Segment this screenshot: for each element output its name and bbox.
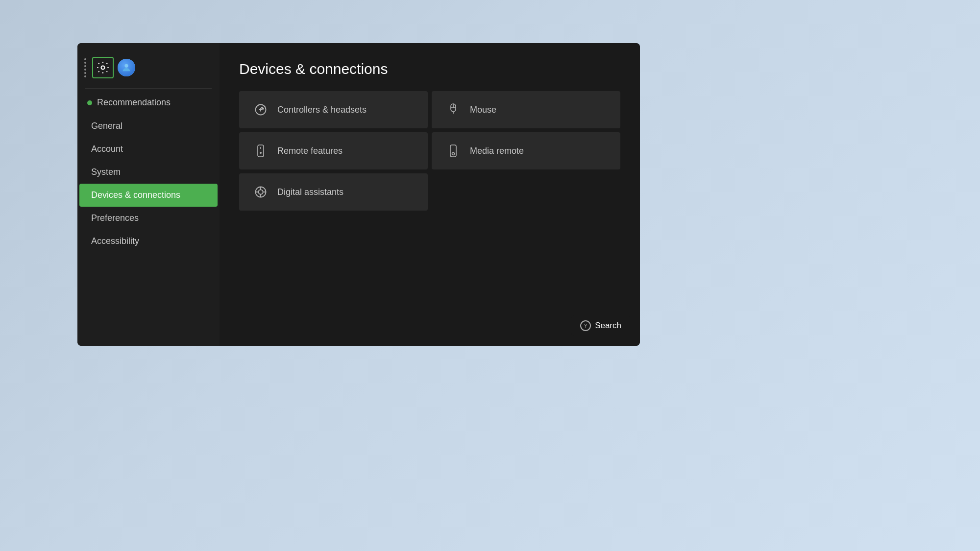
media-remote-icon [445, 144, 461, 158]
mouse-label: Mouse [470, 105, 496, 115]
accessibility-label: Accessibility [91, 236, 139, 246]
sidebar-item-general[interactable]: General [77, 115, 220, 138]
settings-button[interactable] [92, 57, 114, 78]
avatar[interactable] [118, 59, 135, 76]
sidebar-nav: Recommendations General Account System D… [77, 93, 220, 253]
content-grid: Controllers & headsets Mouse [239, 91, 620, 211]
sidebar-divider [85, 88, 212, 89]
svg-point-0 [101, 66, 105, 70]
preferences-label: Preferences [91, 213, 139, 223]
controller-icon [253, 103, 269, 117]
sidebar-item-system[interactable]: System [77, 161, 220, 184]
sidebar-header [77, 43, 220, 88]
search-circle-icon: Y [580, 320, 591, 331]
sidebar-item-accessibility[interactable]: Accessibility [77, 230, 220, 253]
general-label: General [91, 121, 122, 131]
main-window: Recommendations General Account System D… [77, 43, 640, 346]
sidebar-item-preferences[interactable]: Preferences [77, 207, 220, 230]
search-label: Search [595, 321, 621, 331]
svg-point-15 [258, 190, 263, 194]
digital-assistants-label: Digital assistants [277, 187, 343, 197]
mouse-tile[interactable]: Mouse [432, 91, 620, 128]
digital-assistants-icon [253, 185, 269, 199]
devices-label: Devices & connections [91, 190, 180, 200]
svg-point-13 [452, 153, 455, 155]
avatar-icon [121, 62, 132, 73]
svg-point-1 [124, 64, 128, 68]
recommendations-label: Recommendations [97, 97, 171, 108]
svg-point-4 [262, 107, 263, 108]
sidebar-item-devices[interactable]: Devices & connections [79, 184, 218, 207]
remote-features-tile[interactable]: Remote features [239, 132, 428, 169]
system-label: System [91, 167, 121, 177]
main-content: Devices & connections Controllers & head… [220, 43, 640, 346]
sidebar: Recommendations General Account System D… [77, 43, 220, 346]
controllers-headsets-tile[interactable]: Controllers & headsets [239, 91, 428, 128]
account-label: Account [91, 144, 123, 154]
mouse-icon [445, 103, 461, 117]
dots-icon [84, 58, 86, 77]
svg-point-11 [260, 152, 262, 154]
page-title: Devices & connections [239, 61, 620, 77]
remote-features-label: Remote features [277, 146, 343, 156]
search-button[interactable]: Y Search [571, 315, 630, 336]
svg-rect-9 [258, 145, 264, 157]
digital-assistants-tile[interactable]: Digital assistants [239, 173, 428, 211]
recommendations-dot [87, 100, 92, 105]
media-remote-tile[interactable]: Media remote [432, 132, 620, 169]
remote-features-icon [253, 144, 269, 158]
media-remote-label: Media remote [470, 146, 524, 156]
gear-icon [96, 61, 110, 74]
sidebar-item-recommendations[interactable]: Recommendations [77, 93, 220, 113]
sidebar-item-account[interactable]: Account [77, 138, 220, 161]
controllers-headsets-label: Controllers & headsets [277, 105, 367, 115]
